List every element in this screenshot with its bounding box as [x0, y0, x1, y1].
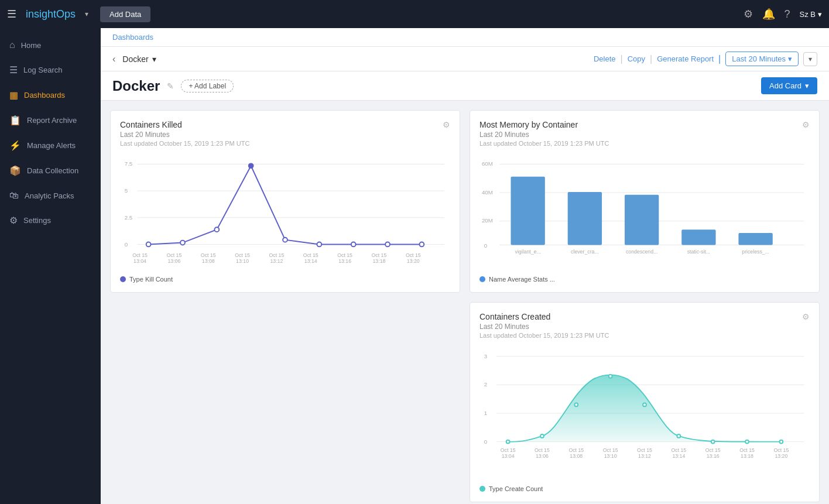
- generate-report-button[interactable]: Generate Report: [657, 54, 714, 63]
- svg-text:Oct 15: Oct 15: [303, 252, 318, 258]
- log-search-icon: ☰: [9, 64, 18, 76]
- card-title-created: Containers Created: [479, 312, 609, 321]
- card-subtitle-memory: Last 20 Minutes: [479, 131, 609, 139]
- most-memory-card: Most Memory by Container Last 20 Minutes…: [470, 110, 820, 293]
- svg-text:0: 0: [484, 242, 488, 249]
- svg-text:13:10: 13:10: [236, 258, 249, 264]
- sidebar-label-data-collection: Data Collection: [27, 166, 78, 175]
- back-button[interactable]: ‹: [112, 54, 115, 64]
- legend-dot-killed: [120, 276, 126, 282]
- card-settings-created[interactable]: ⚙: [802, 312, 810, 321]
- dashboards-icon: ▦: [9, 90, 18, 101]
- analytic-packs-icon: 🛍: [9, 190, 19, 201]
- sidebar-item-report-archive[interactable]: 📋 Report Archive: [0, 108, 101, 133]
- chart-legend-created: Type Create Count: [479, 485, 810, 492]
- dashboard-title-dropdown[interactable]: Docker ▾: [122, 54, 156, 64]
- svg-text:Oct 15: Oct 15: [637, 447, 652, 453]
- logo-chevron[interactable]: ▾: [85, 10, 88, 18]
- svg-point-11: [249, 163, 254, 168]
- settings-icon[interactable]: ⚙: [744, 8, 753, 20]
- time-range-button[interactable]: Last 20 Minutes ▾: [725, 52, 799, 66]
- card-settings-killed[interactable]: ⚙: [443, 120, 450, 129]
- chart-area-killed: 7.5 5 2.5 0: [120, 154, 450, 273]
- breadcrumb: Dashboards: [101, 28, 829, 47]
- chart-legend-killed: Type Kill Count: [120, 276, 450, 283]
- card-updated-memory: Last updated October 15, 2019 1:23 PM UT…: [479, 140, 609, 147]
- svg-text:2.5: 2.5: [125, 214, 133, 221]
- legend-label-killed: Type Kill Count: [129, 276, 173, 283]
- svg-text:Oct 15: Oct 15: [603, 447, 618, 453]
- dashboard-name: Docker: [112, 78, 160, 94]
- svg-text:13:06: 13:06: [167, 258, 180, 264]
- sidebar-item-analytic-packs[interactable]: 🛍 Analytic Packs: [0, 183, 101, 208]
- sidebar-item-data-collection[interactable]: 📦 Data Collection: [0, 158, 101, 183]
- chart-legend-memory: Name Average Stats ...: [479, 276, 810, 283]
- svg-text:13:12: 13:12: [638, 453, 651, 459]
- sidebar-item-log-search[interactable]: ☰ Log Search: [0, 57, 101, 83]
- sidebar-item-dashboards[interactable]: ▦ Dashboards: [0, 83, 101, 108]
- dashboard-dropdown-chevron: ▾: [152, 54, 156, 64]
- svg-point-65: [643, 403, 646, 406]
- svg-point-12: [283, 238, 287, 242]
- svg-text:Oct 15: Oct 15: [201, 252, 216, 258]
- svg-text:Oct 15: Oct 15: [166, 252, 181, 258]
- chart-area-created: 3 2 1 0: [479, 346, 810, 483]
- svg-text:Oct 15: Oct 15: [705, 447, 721, 453]
- svg-text:20M: 20M: [482, 218, 493, 224]
- svg-point-15: [385, 242, 390, 247]
- divider-1: |: [621, 54, 623, 64]
- svg-text:13:04: 13:04: [502, 453, 515, 459]
- svg-rect-43: [511, 177, 544, 245]
- card-title-memory: Most Memory by Container: [479, 120, 609, 129]
- add-label-button[interactable]: + Add Label: [181, 80, 234, 92]
- svg-text:13:16: 13:16: [707, 453, 720, 459]
- main-content: Dashboards ‹ Docker ▾ Delete | Copy | Ge…: [101, 28, 829, 504]
- logo: insightOps: [26, 8, 76, 20]
- collapse-button[interactable]: ▾: [803, 52, 817, 66]
- svg-text:Oct 15: Oct 15: [568, 447, 584, 453]
- sidebar-item-settings[interactable]: ⚙ Settings: [0, 208, 101, 233]
- top-nav: ☰ insightOps ▾ Add Data ⚙ 🔔 ? Sz B ▾: [0, 0, 829, 28]
- cards-grid: Containers Killed Last 20 Minutes Last u…: [101, 101, 829, 504]
- breadcrumb-link[interactable]: Dashboards: [112, 33, 153, 42]
- sidebar-label-dashboards: Dashboards: [24, 91, 65, 100]
- svg-text:5: 5: [125, 187, 128, 194]
- svg-text:13:20: 13:20: [407, 258, 420, 264]
- svg-text:13:14: 13:14: [304, 258, 317, 264]
- svg-rect-45: [625, 195, 659, 245]
- svg-text:60M: 60M: [482, 160, 493, 167]
- containers-created-card: Containers Created Last 20 Minutes Last …: [470, 302, 820, 502]
- svg-point-67: [711, 440, 715, 444]
- svg-point-9: [180, 241, 185, 245]
- svg-text:13:08: 13:08: [202, 258, 215, 264]
- edit-icon[interactable]: ✎: [167, 81, 174, 91]
- svg-rect-44: [568, 192, 602, 245]
- legend-dot-created: [479, 486, 485, 492]
- copy-button[interactable]: Copy: [628, 54, 645, 63]
- report-archive-icon: 📋: [9, 115, 21, 126]
- sidebar-item-manage-alerts[interactable]: ⚡ Manage Alerts: [0, 133, 101, 158]
- add-data-button[interactable]: Add Data: [100, 6, 150, 22]
- svg-rect-46: [681, 229, 715, 245]
- card-header-created: Containers Created Last 20 Minutes Last …: [479, 312, 810, 344]
- svg-text:7.5: 7.5: [125, 160, 133, 167]
- svg-point-10: [214, 227, 219, 232]
- card-title-killed: Containers Killed: [120, 120, 249, 129]
- sidebar-label-log-search: Log Search: [23, 66, 63, 74]
- svg-point-69: [779, 440, 783, 444]
- svg-point-64: [609, 375, 612, 378]
- user-menu[interactable]: Sz B ▾: [800, 10, 822, 19]
- notification-icon[interactable]: 🔔: [762, 8, 775, 20]
- menu-icon[interactable]: ☰: [7, 8, 16, 20]
- svg-text:13:18: 13:18: [372, 258, 385, 264]
- app-body: ⌂ Home ☰ Log Search ▦ Dashboards 📋 Repor…: [0, 28, 829, 504]
- time-range-chevron: ▾: [788, 54, 792, 63]
- svg-text:13:04: 13:04: [133, 258, 146, 264]
- add-card-button[interactable]: Add Card ▾: [761, 77, 817, 94]
- card-updated-created: Last updated October 15, 2019 1:23 PM UT…: [479, 332, 609, 339]
- card-settings-memory[interactable]: ⚙: [802, 120, 810, 129]
- help-icon[interactable]: ?: [785, 8, 790, 20]
- svg-text:0: 0: [484, 438, 488, 445]
- delete-button[interactable]: Delete: [594, 54, 616, 63]
- sidebar-item-home[interactable]: ⌂ Home: [0, 33, 101, 57]
